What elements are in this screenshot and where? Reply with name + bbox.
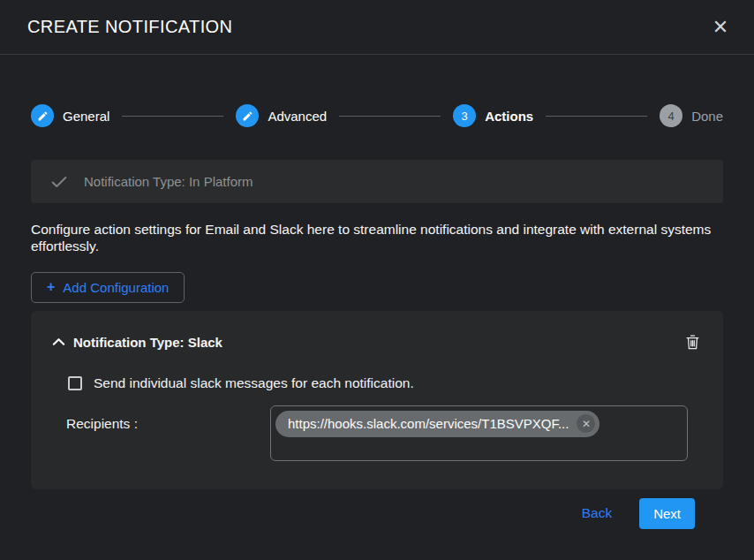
modal-footer: Back Next bbox=[31, 498, 723, 529]
pencil-icon bbox=[236, 104, 259, 127]
recipient-chip-text: https://hooks.slack.com/services/T1BSVPX… bbox=[288, 416, 569, 431]
step-label-actions: Actions bbox=[485, 109, 533, 124]
step-label-general: General bbox=[63, 109, 109, 124]
description-text: Configure action settings for Email and … bbox=[31, 222, 723, 255]
modal-header: CREATE NOTIFICATION ✕ bbox=[0, 0, 754, 55]
next-button[interactable]: Next bbox=[639, 498, 695, 529]
stepper: General Advanced 3 Actions 4 Done bbox=[31, 104, 723, 127]
check-icon bbox=[49, 172, 69, 192]
slack-panel-collapse-toggle[interactable]: Notification Type: Slack bbox=[52, 335, 222, 350]
stepper-connector bbox=[546, 116, 647, 117]
recipients-label: Recipients : bbox=[66, 405, 270, 461]
plus-icon: + bbox=[47, 280, 55, 294]
individual-messages-checkbox-label: Send individual slack messages for each … bbox=[94, 375, 414, 391]
create-notification-modal: CREATE NOTIFICATION ✕ General Advanced 3 bbox=[0, 0, 754, 560]
chevron-up-icon bbox=[52, 337, 65, 346]
stepper-connector bbox=[122, 116, 223, 117]
chip-remove-icon[interactable]: ✕ bbox=[577, 414, 595, 433]
step-number-badge: 3 bbox=[453, 104, 476, 127]
slack-panel-header: Notification Type: Slack bbox=[52, 332, 702, 352]
individual-messages-checkbox-row[interactable]: Send individual slack messages for each … bbox=[68, 375, 702, 391]
add-configuration-button[interactable]: + Add Configuration bbox=[31, 272, 185, 303]
step-general[interactable]: General bbox=[31, 104, 109, 127]
step-advanced[interactable]: Advanced bbox=[236, 104, 327, 127]
step-actions[interactable]: 3 Actions bbox=[453, 104, 533, 127]
notification-type-bar: Notification Type: In Platform bbox=[31, 160, 723, 203]
checkbox-icon[interactable] bbox=[68, 376, 82, 390]
modal-body: General Advanced 3 Actions 4 Done bbox=[0, 104, 754, 529]
recipients-row: Recipients : https://hooks.slack.com/ser… bbox=[52, 405, 702, 461]
modal-title: CREATE NOTIFICATION bbox=[27, 17, 232, 37]
back-button[interactable]: Back bbox=[580, 500, 614, 526]
notification-type-label: Notification Type: In Platform bbox=[84, 174, 253, 189]
recipients-input[interactable]: https://hooks.slack.com/services/T1BSVPX… bbox=[270, 405, 688, 461]
step-label-done: Done bbox=[691, 109, 723, 124]
stepper-connector bbox=[339, 116, 441, 117]
slack-panel-title: Notification Type: Slack bbox=[73, 335, 222, 350]
slack-configuration-panel: Notification Type: Slack Send individual… bbox=[31, 311, 723, 489]
step-done[interactable]: 4 Done bbox=[660, 104, 723, 127]
step-label-advanced: Advanced bbox=[268, 109, 327, 124]
pencil-icon bbox=[31, 104, 54, 127]
close-icon[interactable]: ✕ bbox=[708, 15, 733, 40]
recipient-chip: https://hooks.slack.com/services/T1BSVPX… bbox=[275, 411, 599, 437]
trash-icon[interactable] bbox=[683, 332, 702, 352]
step-number-badge: 4 bbox=[660, 104, 682, 127]
add-configuration-label: Add Configuration bbox=[63, 280, 169, 295]
